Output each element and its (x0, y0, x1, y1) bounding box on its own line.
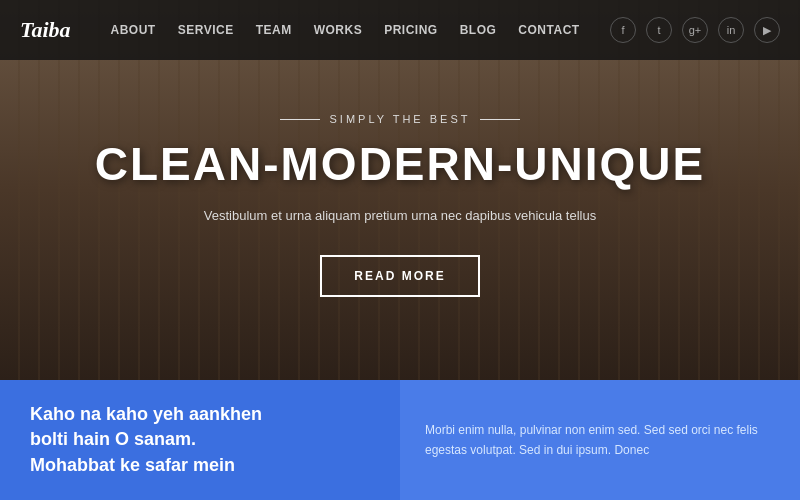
navbar: Taiba ABOUT SERVICE TEAM WORKS PRICING B… (0, 0, 800, 60)
nav-pricing[interactable]: PRICING (384, 23, 438, 37)
hero-content: SIMPLY THE BEST CLEAN-MODERN-UNIQUE Vest… (95, 83, 705, 296)
twitter-icon[interactable]: t (646, 17, 672, 43)
linkedin-icon[interactable]: in (718, 17, 744, 43)
social-icons: f t g+ in ▶ (610, 17, 780, 43)
bottom-left-panel: Kaho na kaho yeh aankhenbolti hain O san… (0, 380, 400, 500)
nav-service[interactable]: SERVICE (178, 23, 234, 37)
hero-cta-button[interactable]: READ MORE (320, 255, 479, 297)
nav-blog[interactable]: BLOG (460, 23, 497, 37)
bottom-right-panel: Morbi enim nulla, pulvinar non enim sed.… (400, 380, 800, 500)
facebook-icon[interactable]: f (610, 17, 636, 43)
bottom-right-text: Morbi enim nulla, pulvinar non enim sed.… (425, 420, 775, 461)
nav-contact[interactable]: CONTACT (518, 23, 579, 37)
hero-title: CLEAN-MODERN-UNIQUE (95, 139, 705, 190)
nav-team[interactable]: TEAM (256, 23, 292, 37)
hero-tagline: SIMPLY THE BEST (95, 113, 705, 125)
bottom-left-title: Kaho na kaho yeh aankhenbolti hain O san… (30, 402, 370, 478)
youtube-icon[interactable]: ▶ (754, 17, 780, 43)
bottom-section: Kaho na kaho yeh aankhenbolti hain O san… (0, 380, 800, 500)
hero-subtitle: Vestibulum et urna aliquam pretium urna … (200, 206, 600, 227)
googleplus-icon[interactable]: g+ (682, 17, 708, 43)
nav-links: ABOUT SERVICE TEAM WORKS PRICING BLOG CO… (111, 23, 610, 37)
nav-about[interactable]: ABOUT (111, 23, 156, 37)
nav-works[interactable]: WORKS (314, 23, 363, 37)
brand-logo[interactable]: Taiba (20, 17, 71, 43)
